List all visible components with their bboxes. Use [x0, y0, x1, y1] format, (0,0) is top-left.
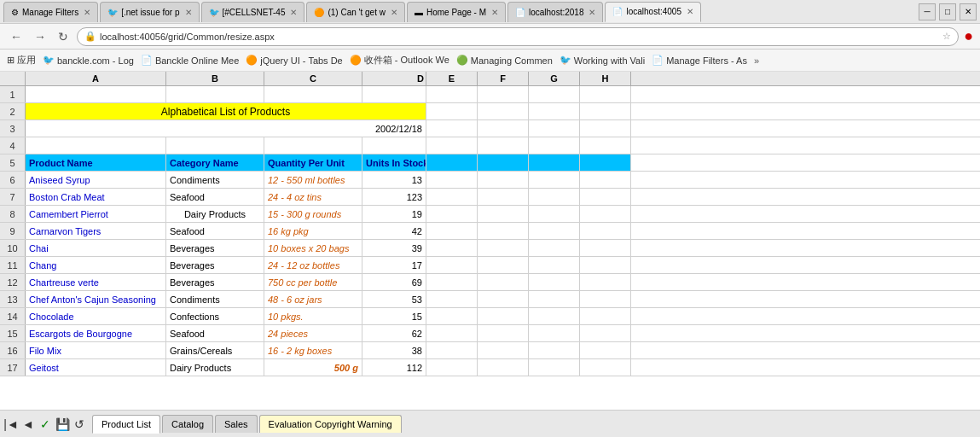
cell-16a[interactable]: Filo Mix	[26, 342, 166, 358]
cell-4c[interactable]	[264, 137, 362, 154]
tab-3[interactable]: 🐦 [#CELLSNET-45 ✕	[201, 2, 305, 22]
col-header-d[interactable]: D	[362, 72, 426, 85]
cell-8b[interactable]: Dairy Products	[166, 206, 264, 222]
cell-6f[interactable]	[478, 172, 529, 188]
minimize-button[interactable]: ─	[919, 3, 936, 20]
url-box[interactable]: 🔒 localhost:40056/grid/Common/resize.asp…	[77, 27, 959, 46]
cell-6b[interactable]: Condiments	[166, 172, 264, 188]
cell-9g[interactable]	[529, 223, 580, 239]
tab-6-close[interactable]: ✕	[589, 8, 595, 17]
sheet-tab-product-list[interactable]: Product List	[92, 415, 160, 434]
cell-1h[interactable]	[580, 86, 631, 102]
tab-6[interactable]: 📄 localhost:2018 ✕	[507, 2, 604, 22]
tab-1[interactable]: ⚙ Manage Filters ✕	[3, 2, 98, 22]
cell-2f[interactable]	[478, 103, 529, 119]
cell-12e[interactable]	[426, 274, 478, 290]
cell-12c[interactable]: 750 cc per bottle	[264, 274, 362, 290]
cell-9f[interactable]	[478, 223, 529, 239]
cell-4h[interactable]	[580, 137, 631, 154]
cell-8e[interactable]	[426, 206, 478, 222]
tab-1-close[interactable]: ✕	[84, 8, 90, 17]
cell-12b[interactable]: Beverages	[166, 274, 264, 290]
cell-3g[interactable]	[529, 120, 580, 137]
cell-13e[interactable]	[426, 291, 478, 307]
col-header-b[interactable]: B	[166, 72, 264, 85]
header-category-name[interactable]: Category Name	[166, 154, 264, 171]
cell-13c[interactable]: 48 - 6 oz jars	[264, 291, 362, 307]
cell-9c[interactable]: 16 kg pkg	[264, 223, 362, 239]
check-mark-button[interactable]: ✓	[38, 417, 53, 431]
tab-3-close[interactable]: ✕	[290, 8, 297, 17]
cell-4f[interactable]	[478, 137, 529, 154]
cell-15d[interactable]: 62	[362, 325, 426, 341]
cell-9h[interactable]	[580, 223, 631, 239]
spreadsheet-title[interactable]: Alphabetical List of Products	[26, 103, 426, 119]
cell-17h[interactable]	[580, 359, 631, 376]
cell-1c[interactable]	[264, 86, 362, 102]
sheet-tab-copyright[interactable]: Evaluation Copyright Warning	[259, 415, 402, 433]
bookmark-managing[interactable]: 🟢 Managing Commen	[456, 55, 553, 66]
cell-17d[interactable]: 112	[362, 359, 426, 376]
cell-9a[interactable]: Carnarvon Tigers	[26, 223, 166, 239]
cell-11d[interactable]: 17	[362, 257, 426, 273]
cell-4b[interactable]	[166, 137, 264, 154]
cell-4g[interactable]	[529, 137, 580, 154]
cell-12d[interactable]: 69	[362, 274, 426, 290]
prev-sheet-button[interactable]: ◄	[20, 417, 36, 431]
cell-16d[interactable]: 38	[362, 342, 426, 358]
cell-15f[interactable]	[478, 325, 529, 341]
cell-10e[interactable]	[426, 240, 478, 256]
cell-11b[interactable]: Beverages	[166, 257, 264, 273]
cell-13a[interactable]: Chef Anton's Cajun Seasoning	[26, 291, 166, 307]
cell-11a[interactable]: Chang	[26, 257, 166, 273]
back-button[interactable]: ←	[7, 28, 26, 45]
cell-1d[interactable]	[362, 86, 426, 102]
bookmark-star-icon[interactable]: ☆	[942, 31, 951, 42]
cell-13f[interactable]	[478, 291, 529, 307]
cell-4a[interactable]	[26, 137, 166, 154]
tab-4[interactable]: 🟠 (1) Can 't get w ✕	[306, 2, 405, 22]
cell-14b[interactable]: Confections	[166, 308, 264, 324]
cell-5e[interactable]	[426, 154, 478, 171]
bookmark-banckle[interactable]: 🐦 banckle.com - Log	[43, 55, 134, 66]
cell-2g[interactable]	[529, 103, 580, 119]
cell-7h[interactable]	[580, 189, 631, 205]
cell-11c[interactable]: 24 - 12 oz bottles	[264, 257, 362, 273]
cell-10b[interactable]: Beverages	[166, 240, 264, 256]
cell-1g[interactable]	[529, 86, 580, 102]
cell-7c[interactable]: 24 - 4 oz tins	[264, 189, 362, 205]
cell-15h[interactable]	[580, 325, 631, 341]
cell-9e[interactable]	[426, 223, 478, 239]
cell-16b[interactable]: Grains/Cereals	[166, 342, 264, 358]
header-units-in-stock[interactable]: Units In Stock	[362, 154, 426, 171]
cell-4d[interactable]	[362, 137, 426, 154]
col-header-h[interactable]: H	[580, 72, 631, 85]
cell-15a[interactable]: Escargots de Bourgogne	[26, 325, 166, 341]
undo-button[interactable]: ↺	[72, 417, 87, 431]
cell-13b[interactable]: Condiments	[166, 291, 264, 307]
cell-5g[interactable]	[529, 154, 580, 171]
tab-4-close[interactable]: ✕	[391, 8, 397, 17]
extension-red-icon[interactable]: ●	[964, 27, 973, 45]
cell-3e[interactable]	[426, 120, 478, 137]
cell-10d[interactable]: 39	[362, 240, 426, 256]
cell-16h[interactable]	[580, 342, 631, 358]
cell-14a[interactable]: Chocolade	[26, 308, 166, 324]
header-quantity-per-unit[interactable]: Quantity Per Unit	[264, 154, 362, 171]
cell-7e[interactable]	[426, 189, 478, 205]
cell-15g[interactable]	[529, 325, 580, 341]
cell-7d[interactable]: 123	[362, 189, 426, 205]
cell-6g[interactable]	[529, 172, 580, 188]
cell-10g[interactable]	[529, 240, 580, 256]
cell-8c[interactable]: 15 - 300 g rounds	[264, 206, 362, 222]
cell-17g[interactable]	[529, 359, 580, 376]
tab-7-close[interactable]: ✕	[687, 7, 693, 16]
cell-4e[interactable]	[426, 137, 478, 154]
bookmark-banckle-online[interactable]: 📄 Banckle Online Mee	[141, 55, 239, 66]
bookmark-outlook[interactable]: 🟠 收件箱 - Outlook We	[350, 54, 449, 67]
cell-1a[interactable]	[26, 86, 166, 102]
bookmark-apps[interactable]: ⊞ 应用	[7, 54, 36, 67]
cell-7f[interactable]	[478, 189, 529, 205]
cell-14e[interactable]	[426, 308, 478, 324]
cell-13g[interactable]	[529, 291, 580, 307]
